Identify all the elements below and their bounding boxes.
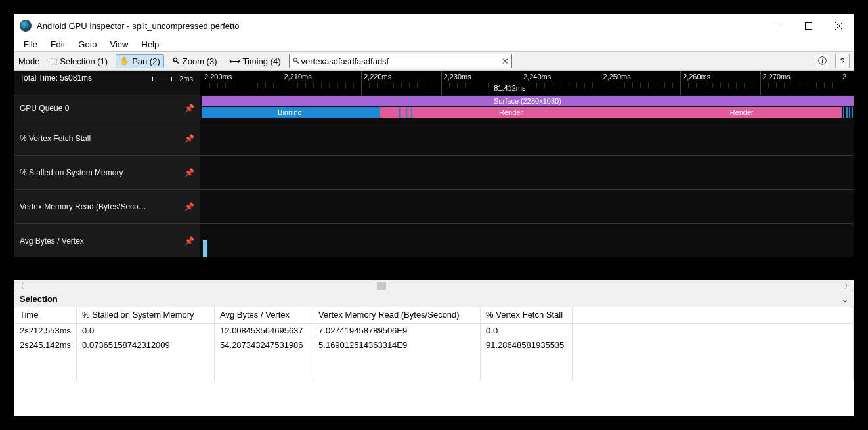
menu-view[interactable]: View — [105, 38, 134, 51]
total-time-label: Total Time: 5s081ms — [20, 74, 92, 83]
scroll-right-icon[interactable]: 〉 — [842, 281, 854, 291]
cursor-icon: ⬚ — [50, 56, 57, 66]
scroll-thumb[interactable] — [377, 282, 386, 290]
track-stalled-system-memory[interactable]: % Stalled on System Memory📌 — [14, 155, 854, 189]
pin-icon[interactable]: 📌 — [184, 202, 194, 211]
title-bar: Android GPU Inspector - split_uncompress… — [14, 14, 854, 37]
help-button[interactable]: ? — [835, 54, 850, 68]
search-icon: 🔍︎ — [292, 56, 300, 66]
mode-timing-button[interactable]: ⟷Timing (4) — [225, 54, 285, 68]
table-row[interactable]: 2s245.142ms0.0736515874231200954.2873432… — [14, 337, 854, 352]
mode-pan-button[interactable]: ✋Pan (2) — [116, 54, 164, 68]
track-label: GPU Queue 0 — [20, 104, 69, 113]
zoom-icon: 🔍︎ — [172, 56, 180, 66]
search-box[interactable]: 🔍︎ ✕ — [289, 54, 512, 68]
table-header[interactable]: % Stalled on System Memory — [77, 307, 215, 323]
chevron-down-icon[interactable]: ⌄ — [842, 295, 848, 304]
pin-icon[interactable]: 📌 — [184, 168, 194, 177]
selection-header[interactable]: Selection ⌄ — [14, 291, 854, 307]
table-header[interactable]: % Vertex Fetch Stall — [481, 307, 573, 323]
mode-selection-button[interactable]: ⬚Selection (1) — [46, 54, 112, 68]
timeline-slice[interactable]: Surface (2280x1080) — [202, 96, 854, 106]
timeline-panel[interactable]: Total Time: 5s081ms 2ms 2,200ms2,210ms2,… — [14, 71, 854, 280]
help-icon: ? — [840, 56, 844, 66]
app-icon — [20, 20, 32, 32]
scale-label: 2ms — [179, 75, 193, 83]
maximize-button[interactable] — [793, 14, 823, 37]
time-ruler[interactable]: Total Time: 5s081ms 2ms 2,200ms2,210ms2,… — [14, 71, 854, 95]
track-avg-bytes-vertex[interactable]: Avg Bytes / Vertex📌 — [14, 223, 854, 257]
menu-help[interactable]: Help — [137, 38, 165, 51]
timeline-slice[interactable]: Render — [641, 107, 842, 118]
table-header[interactable]: Vertex Memory Read (Bytes/Second) — [313, 307, 481, 323]
timeline-slice[interactable]: Binning — [202, 107, 378, 118]
pin-icon[interactable]: 📌 — [184, 104, 194, 113]
menu-goto[interactable]: Goto — [73, 38, 102, 51]
selection-panel: Selection ⌄ Time% Stalled on System Memo… — [14, 291, 854, 416]
table-header[interactable]: Avg Bytes / Vertex — [215, 307, 313, 323]
app-window: Android GPU Inspector - split_uncompress… — [14, 14, 854, 416]
info-button[interactable]: ⓘ — [815, 54, 829, 68]
menu-file[interactable]: File — [18, 38, 43, 51]
pin-icon[interactable]: 📌 — [184, 134, 194, 143]
close-button[interactable] — [823, 14, 854, 37]
track-label: Avg Bytes / Vertex — [20, 236, 84, 246]
pin-icon[interactable]: 📌 — [184, 236, 194, 246]
track-label: % Stalled on System Memory — [20, 168, 123, 177]
track-vertex-memory-read[interactable]: Vertex Memory Read (Bytes/Seco…📌 — [14, 189, 854, 223]
search-input[interactable] — [301, 56, 511, 66]
table-header[interactable]: Time — [14, 307, 77, 323]
selection-table[interactable]: Time% Stalled on System MemoryAvg Bytes … — [14, 307, 854, 416]
horizontal-scrollbar[interactable]: 〈 〉 — [14, 280, 854, 291]
track-label: % Vertex Fetch Stall — [20, 134, 91, 143]
menu-bar: File Edit Goto View Help — [14, 37, 854, 51]
track-gpu-queue[interactable]: GPU Queue 0📌 Surface (2280x1080)BinningR… — [14, 95, 854, 121]
clear-search-icon[interactable]: ✕ — [502, 56, 509, 66]
scroll-left-icon[interactable]: 〈 — [14, 281, 26, 291]
track-label: Vertex Memory Read (Bytes/Seco… — [20, 202, 146, 211]
info-icon: ⓘ — [818, 55, 827, 67]
timeline-slice[interactable]: Render — [380, 107, 641, 118]
toolbar: Mode: ⬚Selection (1) ✋Pan (2) 🔍︎Zoom (3)… — [14, 51, 854, 71]
ruler-icon: ⟷ — [229, 56, 240, 66]
mode-label: Mode: — [18, 56, 42, 66]
table-row[interactable]: 2s212.553ms0.012.0084535646956377.027419… — [14, 323, 854, 337]
mode-zoom-button[interactable]: 🔍︎Zoom (3) — [168, 54, 221, 68]
scale-line — [152, 79, 172, 79]
track-vertex-fetch-stall[interactable]: % Vertex Fetch Stall📌 — [14, 121, 854, 155]
minimize-button[interactable] — [763, 14, 793, 37]
menu-edit[interactable]: Edit — [45, 38, 70, 51]
hand-icon: ✋ — [119, 56, 129, 66]
window-title: Android GPU Inspector - split_uncompress… — [37, 21, 763, 31]
window-buttons — [763, 14, 854, 37]
selection-title: Selection — [20, 294, 58, 304]
svg-rect-1 — [805, 22, 812, 29]
